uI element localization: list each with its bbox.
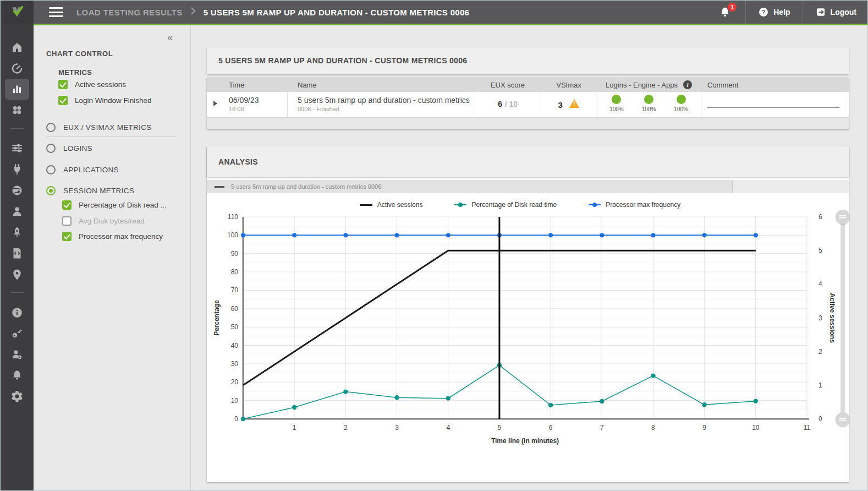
svg-text:10: 10 bbox=[231, 397, 239, 405]
radio-label: APPLICATIONS bbox=[63, 166, 119, 174]
sidebar-item-home[interactable] bbox=[5, 37, 29, 58]
checkbox-avg-disk-bytes[interactable]: Avg Disk bytes/read bbox=[62, 216, 145, 226]
logout-label: Logout bbox=[831, 8, 856, 17]
slider-handle-top[interactable] bbox=[836, 210, 850, 224]
metrics-heading: METRICS bbox=[58, 68, 92, 77]
home-icon bbox=[10, 41, 24, 54]
sidebar-item-scripts[interactable] bbox=[5, 243, 29, 264]
svg-text:6: 6 bbox=[549, 424, 553, 432]
svg-text:110: 110 bbox=[228, 213, 238, 221]
sidebar-item-results[interactable] bbox=[5, 79, 29, 100]
column-header-eux-score: EUX score bbox=[475, 78, 541, 92]
sidebar-item-locations[interactable] bbox=[5, 264, 29, 285]
status-percent: 100% bbox=[609, 106, 624, 112]
notifications-button[interactable]: 1 bbox=[705, 1, 745, 24]
sidebar-item-dashboard[interactable] bbox=[5, 58, 29, 79]
series-bar-right-section bbox=[732, 180, 849, 193]
radio-session-metrics[interactable]: SESSION METRICS bbox=[46, 186, 134, 195]
radio-logins[interactable]: LOGINS bbox=[46, 144, 92, 153]
sidebar-item-launcher[interactable] bbox=[5, 222, 29, 243]
vsimax-value: 3 bbox=[558, 100, 563, 110]
logout-button[interactable]: Logout bbox=[803, 1, 868, 24]
svg-text:3: 3 bbox=[395, 424, 399, 432]
location-pin-icon bbox=[10, 268, 24, 281]
sidebar-item-users[interactable] bbox=[5, 201, 29, 222]
menu-hamburger-icon[interactable] bbox=[49, 7, 63, 17]
series-toggle-bar[interactable]: 5 users 5m ramp up and duration - custom… bbox=[207, 180, 849, 193]
sidebar-item-connections[interactable] bbox=[5, 159, 29, 180]
checkbox-label: Login Window Finished bbox=[75, 96, 152, 105]
radio-icon bbox=[46, 165, 56, 174]
table-row[interactable]: 06/09/23 16:08 5 users 5m ramp up and du… bbox=[207, 92, 849, 117]
sidebar-item-licenses[interactable] bbox=[5, 323, 29, 344]
notification-badge: 1 bbox=[728, 3, 737, 12]
radio-icon bbox=[46, 144, 56, 153]
svg-text:0: 0 bbox=[234, 415, 238, 423]
breadcrumb-chevron-icon bbox=[190, 7, 196, 17]
sidebar-item-alerts[interactable] bbox=[5, 365, 29, 386]
sidebar-item-environment[interactable] bbox=[5, 180, 29, 201]
legend-label: Percentage of Disk read time bbox=[471, 201, 557, 209]
svg-text:5: 5 bbox=[818, 247, 822, 254]
run-date: 06/09/23 bbox=[229, 96, 259, 105]
column-header-time: Time bbox=[229, 78, 244, 92]
top-bar: LOAD TESTING RESULTS 5 USERS 5M RAMP UP … bbox=[1, 1, 868, 24]
chart-area: Active sessions Percentage of Disk read … bbox=[207, 193, 849, 482]
svg-text:60: 60 bbox=[231, 305, 239, 313]
svg-text:1: 1 bbox=[293, 424, 296, 432]
checkbox-label: Processor max frequency bbox=[79, 232, 163, 241]
svg-text:5: 5 bbox=[498, 424, 502, 432]
radio-eux-vsimax-metrics[interactable]: EUX / VSIMAX METRICS bbox=[46, 123, 152, 132]
line-chart[interactable]: 0102030405060708090100110123456789101101… bbox=[207, 193, 849, 454]
logo-icon bbox=[9, 4, 25, 20]
checkbox-processor-max-frequency[interactable]: Processor max frequency bbox=[62, 232, 163, 241]
column-divider bbox=[701, 92, 701, 117]
collapse-panel-icon[interactable]: « bbox=[167, 32, 173, 43]
sidebar-divider bbox=[10, 292, 24, 293]
svg-text:2: 2 bbox=[818, 348, 822, 356]
svg-text:4: 4 bbox=[446, 424, 450, 432]
slider-handle-bottom[interactable] bbox=[836, 412, 850, 427]
user-settings-icon bbox=[10, 348, 24, 361]
topbar-actions: 1 ? Help Logout bbox=[705, 1, 868, 24]
sidebar-item-apps[interactable] bbox=[5, 100, 29, 121]
bell-icon bbox=[10, 369, 24, 382]
svg-text:70: 70 bbox=[231, 286, 239, 294]
legend-item-disk-read-time[interactable]: Percentage of Disk read time bbox=[454, 201, 557, 209]
svg-text:20: 20 bbox=[231, 378, 239, 386]
legend-line-icon bbox=[589, 204, 601, 205]
legend-line-icon bbox=[454, 204, 466, 205]
apps-icon bbox=[10, 103, 24, 117]
sidebar-item-test-settings[interactable] bbox=[5, 138, 29, 159]
checkbox-pct-disk-read[interactable]: Percentage of Disk read ... bbox=[62, 200, 167, 210]
status-apps: 100% bbox=[674, 95, 688, 112]
svg-text:80: 80 bbox=[231, 268, 239, 276]
sidebar-item-user-management[interactable] bbox=[5, 344, 29, 365]
run-time: 16:08 bbox=[229, 106, 259, 112]
checkbox-checked-icon bbox=[58, 80, 68, 89]
table-header-row: Time Name EUX score VSImax Logins - Engi… bbox=[207, 78, 849, 92]
comment-input[interactable] bbox=[707, 107, 839, 108]
analysis-card: ANALYSIS 5 users 5m ramp up and duration… bbox=[207, 146, 849, 482]
legend-item-processor-max-frequency[interactable]: Processor max frequency bbox=[589, 201, 680, 209]
cell-vsimax: 3 bbox=[541, 99, 597, 110]
app-screen: LOAD TESTING RESULTS 5 USERS 5M RAMP UP … bbox=[0, 0, 868, 491]
sidebar-item-about[interactable] bbox=[5, 302, 29, 323]
cell-time: 06/09/23 16:08 bbox=[229, 96, 259, 112]
radio-applications[interactable]: APPLICATIONS bbox=[46, 165, 119, 174]
right-axis-range-slider bbox=[834, 193, 851, 452]
svg-text:50: 50 bbox=[231, 323, 239, 331]
info-icon[interactable]: i bbox=[683, 80, 692, 89]
checkbox-login-window-finished[interactable]: Login Window Finished bbox=[58, 96, 152, 105]
row-expander-icon[interactable] bbox=[213, 101, 217, 106]
legend-item-active-sessions[interactable]: Active sessions bbox=[360, 201, 423, 209]
help-button[interactable]: ? Help bbox=[746, 1, 802, 24]
breadcrumb[interactable]: LOAD TESTING RESULTS bbox=[76, 8, 183, 17]
slider-track[interactable] bbox=[840, 217, 845, 419]
checkbox-active-sessions[interactable]: Active sessions bbox=[58, 80, 126, 89]
key-icon bbox=[10, 327, 24, 340]
sidebar-item-settings[interactable] bbox=[5, 386, 29, 407]
status-green-dot bbox=[644, 95, 653, 104]
app-logo[interactable] bbox=[1, 1, 34, 24]
svg-text:30: 30 bbox=[231, 360, 239, 368]
